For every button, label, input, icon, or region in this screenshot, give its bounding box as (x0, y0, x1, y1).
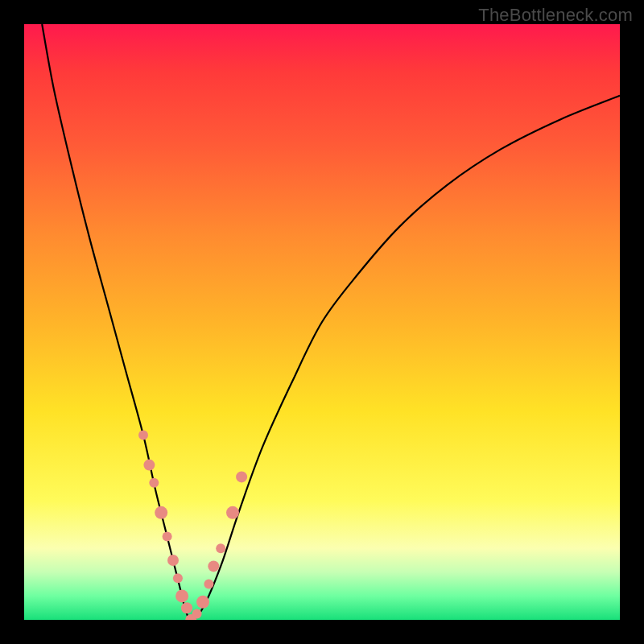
highlight-dot (149, 478, 159, 488)
highlight-dot (173, 573, 183, 583)
highlight-dot (208, 560, 219, 572)
highlight-dot (181, 602, 192, 613)
highlight-dot (167, 555, 179, 566)
highlight-dot (175, 589, 188, 602)
highlight-dot (236, 471, 247, 482)
highlight-dot (216, 543, 225, 553)
chart-frame: TheBottleneck.com (0, 0, 644, 644)
watermark-text: TheBottleneck.com (478, 5, 633, 26)
highlight-dot (138, 431, 148, 440)
highlight-dot (163, 531, 172, 541)
highlight-dot (143, 460, 155, 471)
highlight-dots-group (138, 431, 247, 620)
highlight-dot (155, 506, 167, 519)
highlight-dot (192, 609, 202, 619)
chart-svg (24, 24, 620, 620)
bottleneck-curve (42, 24, 620, 620)
highlight-dot (226, 506, 239, 519)
plot-area (24, 24, 620, 620)
highlight-dot (196, 596, 209, 609)
highlight-dot (204, 580, 213, 589)
